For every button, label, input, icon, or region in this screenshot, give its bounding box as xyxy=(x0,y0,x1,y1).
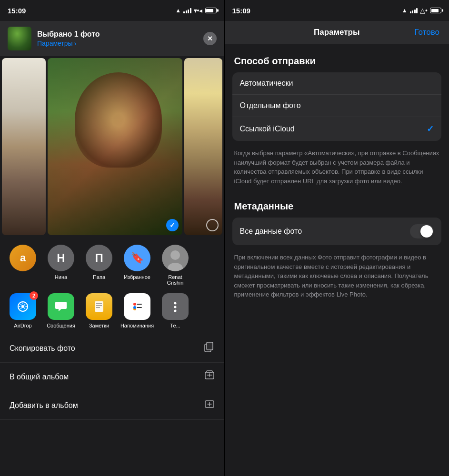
airdrop-label: AirDrop xyxy=(14,323,31,328)
add-album-label: Добавить в альбом xyxy=(10,401,78,410)
contact-avatar-favorites: 🔖 xyxy=(124,245,150,271)
airdrop-icon: 2 xyxy=(10,293,36,320)
photos-strip: ✓ xyxy=(0,56,224,237)
reminders-label: Напоминания xyxy=(120,323,154,328)
share-thumbnail xyxy=(8,27,31,50)
contact-avatar-partial: а xyxy=(10,245,36,271)
contact-avatar-renat xyxy=(162,245,189,271)
contact-item-nina[interactable]: Н Нина xyxy=(42,245,80,286)
signal-bars xyxy=(183,8,191,13)
left-status-bar: 15:09 ▲ ▾•◂ xyxy=(0,0,224,21)
notes-icon-item[interactable]: Заметки xyxy=(80,293,118,328)
right-location-icon: ▲ xyxy=(402,7,408,14)
notes-label: Заметки xyxy=(89,323,109,328)
left-panel: 15:09 ▲ ▾•◂ Выбрано 1 фото Параметры › xyxy=(0,0,224,476)
svg-point-6 xyxy=(133,303,136,306)
svg-rect-2 xyxy=(95,301,103,312)
right-header: Параметры Готово xyxy=(225,21,449,44)
send-method-title: Способ отправки xyxy=(234,56,440,67)
contact-label-papa: Папа xyxy=(93,274,105,280)
left-time: 15:09 xyxy=(8,7,26,15)
copy-photo-action[interactable]: Скопировать фото xyxy=(0,334,224,363)
airdrop-icon-item[interactable]: 2 AirDrop xyxy=(4,293,42,328)
auto-option-row[interactable]: Автоматически xyxy=(232,72,442,95)
photo-unselected-circle xyxy=(206,219,219,231)
contact-avatar-papa: П xyxy=(86,245,112,271)
contact-icons-row: а Н Нина П Папа 🔖 Избранное Rena xyxy=(0,237,224,291)
metadata-toggle[interactable] xyxy=(410,224,434,238)
svg-rect-18 xyxy=(207,371,212,372)
contact-label-nina: Нина xyxy=(55,274,67,280)
send-method-description: Когда выбран параметр «Автоматически», п… xyxy=(225,145,449,193)
shared-album-label: В общий альбом xyxy=(10,373,69,381)
share-actions-list: Скопировать фото В общий альбом Добави xyxy=(0,334,224,476)
share-title: Выбрано 1 фото xyxy=(37,30,198,39)
done-button[interactable]: Готово xyxy=(415,28,440,37)
metadata-section-header: Метаданные xyxy=(225,193,449,216)
copy-photo-label: Скопировать фото xyxy=(10,344,75,353)
messages-icon-item[interactable]: Сообщения xyxy=(42,293,80,328)
svg-point-13 xyxy=(174,306,177,308)
share-header: Выбрано 1 фото Параметры › ✕ xyxy=(0,21,224,56)
app-icons-row: 2 AirDrop Сообщения Заметки xyxy=(0,291,224,334)
left-status-icons: ▲ ▾•◂ xyxy=(175,7,216,14)
send-method-section-header: Способ отправки xyxy=(225,44,449,70)
right-panel: 15:09 ▲ △• Параметры Готово Способ отпра… xyxy=(225,0,449,476)
contact-item-papa[interactable]: П Папа xyxy=(80,245,118,286)
icloud-checkmark: ✓ xyxy=(427,124,434,134)
metadata-description: При включении всех данных Фото отправит … xyxy=(225,249,449,307)
right-battery-icon xyxy=(430,8,441,13)
contact-item-renat[interactable]: Renat Grishin xyxy=(156,245,194,286)
share-title-area: Выбрано 1 фото Параметры › xyxy=(37,30,198,47)
reminders-icon xyxy=(124,293,150,320)
add-album-icon xyxy=(204,399,215,412)
settings-title: Параметры xyxy=(314,28,360,37)
photo-selected-check: ✓ xyxy=(166,219,179,231)
contact-item-partial[interactable]: а xyxy=(4,245,42,286)
svg-point-14 xyxy=(174,310,177,312)
close-button[interactable]: ✕ xyxy=(203,32,217,45)
auto-option-label: Автоматически xyxy=(240,79,293,88)
icloud-option-label: Ссылкой iCloud xyxy=(240,125,295,133)
metadata-title: Метаданные xyxy=(234,201,440,212)
photo-item-right[interactable] xyxy=(184,58,222,235)
messages-label: Сообщения xyxy=(47,323,75,328)
more-icon-item[interactable]: Те... xyxy=(156,293,194,328)
battery-icon xyxy=(205,8,217,13)
add-album-action[interactable]: Добавить в альбом xyxy=(0,391,224,420)
more-icon xyxy=(162,293,189,320)
individual-option-label: Отдельным фото xyxy=(240,101,301,110)
airdrop-badge: 2 xyxy=(30,291,38,300)
photo-item-main[interactable]: ✓ xyxy=(48,58,182,235)
share-params-link[interactable]: Параметры › xyxy=(37,40,198,47)
contact-label-favorites: Избранное xyxy=(124,274,150,280)
send-method-group: Автоматически Отдельным фото Ссылкой iCl… xyxy=(232,72,442,141)
photo-item-small-left[interactable] xyxy=(2,58,46,235)
right-wifi-icon: △• xyxy=(420,7,428,14)
right-status-bar: 15:09 ▲ △• xyxy=(225,0,449,21)
metadata-toggle-label: Все данные фото xyxy=(240,227,302,236)
copy-photo-icon xyxy=(204,342,215,355)
shared-album-action[interactable]: В общий альбом xyxy=(0,363,224,391)
contact-item-favorites[interactable]: 🔖 Избранное xyxy=(118,245,156,286)
individual-option-row[interactable]: Отдельным фото xyxy=(232,95,442,117)
reminders-icon-item[interactable]: Напоминания xyxy=(118,293,156,328)
right-time: 15:09 xyxy=(232,7,250,15)
right-signal-bars xyxy=(410,8,418,13)
contact-avatar-nina: Н xyxy=(48,245,74,271)
svg-rect-16 xyxy=(207,342,213,350)
metadata-toggle-row: Все данные фото xyxy=(232,218,442,245)
right-status-icons: ▲ △• xyxy=(402,7,441,14)
metadata-group: Все данные фото xyxy=(232,218,442,245)
contact-label-renat: Renat Grishin xyxy=(167,274,184,286)
settings-content: Способ отправки Автоматически Отдельным … xyxy=(225,44,449,476)
wifi-icon: ▾•◂ xyxy=(194,7,203,14)
location-icon: ▲ xyxy=(175,7,181,14)
svg-point-11 xyxy=(133,306,136,309)
icloud-option-row[interactable]: Ссылкой iCloud ✓ xyxy=(232,117,442,141)
svg-point-12 xyxy=(174,302,177,305)
messages-icon xyxy=(48,293,74,320)
notes-icon xyxy=(86,293,112,320)
svg-point-1 xyxy=(21,305,24,308)
shared-album-icon xyxy=(204,370,215,383)
